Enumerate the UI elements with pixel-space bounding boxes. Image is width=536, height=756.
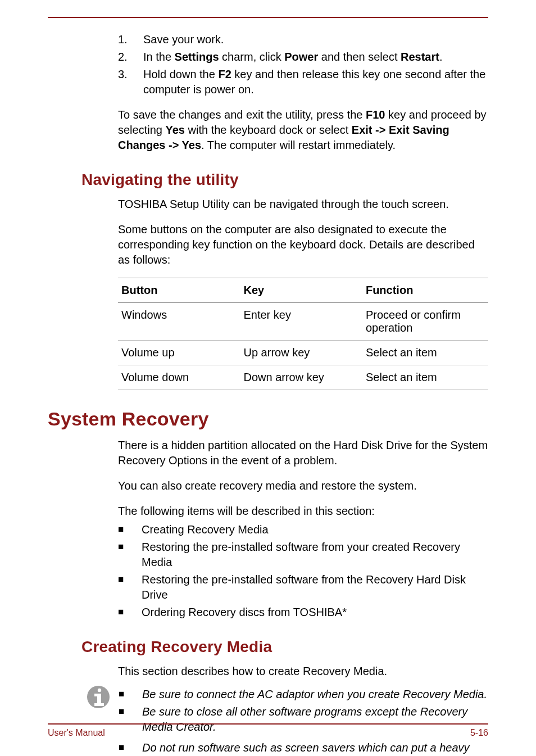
step-number: 2. — [118, 49, 143, 65]
sysrec-p2: You can also create recovery media and r… — [118, 478, 488, 494]
txt: and then select — [318, 51, 401, 63]
list-text: Restoring the pre-installed software fro… — [142, 540, 488, 570]
cell: Up arrow key — [240, 341, 362, 365]
list-item: ■Do not run software such as screen save… — [119, 740, 488, 756]
txt: charm, click — [219, 51, 285, 63]
txt-bold: Power — [284, 51, 318, 63]
step-text: Save your work. — [143, 32, 224, 47]
numbered-steps: 1. Save your work. 2. In the Settings ch… — [118, 32, 488, 97]
top-divider — [48, 17, 488, 18]
cell: Select an item — [362, 341, 488, 365]
heading-navigating: Navigating the utility — [81, 171, 488, 189]
heading-system-recovery: System Recovery — [48, 408, 488, 430]
list-item: ■Creating Recovery Media — [118, 522, 488, 537]
square-bullet-icon: ■ — [118, 572, 142, 603]
heading-creating-recovery-media: Creating Recovery Media — [81, 638, 488, 656]
txt-bold: F10 — [366, 108, 385, 121]
crm-p1: This section describes how to create Rec… — [118, 664, 488, 679]
step-number: 1. — [118, 32, 143, 47]
step-number: 3. — [118, 67, 143, 97]
txt-bold: Yes — [166, 124, 185, 136]
square-bullet-icon: ■ — [119, 740, 142, 756]
cell: Windows — [118, 303, 240, 341]
note-list: ■Be sure to connect the AC adaptor when … — [119, 687, 488, 756]
list-text: Do not run software such as screen saver… — [142, 740, 488, 756]
list-text: Creating Recovery Media — [142, 522, 269, 537]
table-row: Volume up Up arrow key Select an item — [118, 341, 488, 365]
list-item: ■Be sure to connect the AC adaptor when … — [119, 687, 488, 702]
txt: with the keyboard dock or select — [185, 124, 352, 136]
cell: Proceed or confirm operation — [362, 303, 488, 341]
cell: Enter key — [240, 303, 362, 341]
svg-point-1 — [98, 689, 101, 692]
page-footer: User's Manual 5-16 — [48, 723, 488, 738]
sysrec-bullet-list: ■Creating Recovery Media ■Restoring the … — [118, 522, 488, 620]
txt-bold: Settings — [175, 51, 219, 63]
step-1: 1. Save your work. — [118, 32, 488, 47]
list-text: Restoring the pre-installed software fro… — [142, 572, 488, 603]
step-text: In the Settings charm, click Power and t… — [143, 49, 443, 65]
th-key: Key — [240, 278, 362, 303]
step-2: 2. In the Settings charm, click Power an… — [118, 49, 488, 65]
cell: Select an item — [362, 365, 488, 390]
txt-bold: Restart — [401, 51, 439, 63]
footer-right: 5-16 — [470, 728, 488, 738]
txt: . The computer will restart immediately. — [201, 139, 396, 151]
sysrec-p3: The following items will be described in… — [118, 504, 488, 519]
th-function: Function — [362, 278, 488, 303]
table-row: Windows Enter key Proceed or confirm ope… — [118, 303, 488, 341]
txt: Hold down the — [143, 68, 218, 80]
table-header-row: Button Key Function — [118, 278, 488, 303]
list-item: ■Restoring the pre-installed software fr… — [118, 540, 488, 570]
svg-rect-4 — [94, 703, 104, 706]
txt: . — [439, 51, 443, 63]
txt: In the — [143, 51, 175, 63]
square-bullet-icon: ■ — [119, 687, 142, 702]
square-bullet-icon: ■ — [118, 540, 142, 570]
list-text: Ordering Recovery discs from TOSHIBA* — [142, 605, 347, 620]
info-icon — [86, 683, 119, 712]
table-row: Volume down Down arrow key Select an ite… — [118, 365, 488, 390]
txt-bold: F2 — [218, 68, 231, 80]
cell: Down arrow key — [240, 365, 362, 390]
txt: To save the changes and exit the utility… — [118, 108, 366, 121]
list-item: ■Restoring the pre-installed software fr… — [118, 572, 488, 603]
square-bullet-icon: ■ — [118, 522, 142, 537]
cell: Volume up — [118, 341, 240, 365]
th-button: Button — [118, 278, 240, 303]
save-changes-paragraph: To save the changes and exit the utility… — [118, 107, 488, 153]
square-bullet-icon: ■ — [118, 605, 142, 620]
step-text: Hold down the F2 key and then release th… — [143, 67, 488, 97]
cell: Volume down — [118, 365, 240, 390]
nav-p2: Some buttons on the computer are also de… — [118, 222, 488, 268]
nav-p1: TOSHIBA Setup Utility can be navigated t… — [118, 197, 488, 212]
footer-left: User's Manual — [48, 728, 105, 738]
list-text: Be sure to connect the AC adaptor when y… — [142, 687, 487, 702]
step-3: 3. Hold down the F2 key and then release… — [118, 67, 488, 97]
button-key-table: Button Key Function Windows Enter key Pr… — [118, 278, 488, 390]
list-item: ■Ordering Recovery discs from TOSHIBA* — [118, 605, 488, 620]
sysrec-p1: There is a hidden partition allocated on… — [118, 438, 488, 468]
